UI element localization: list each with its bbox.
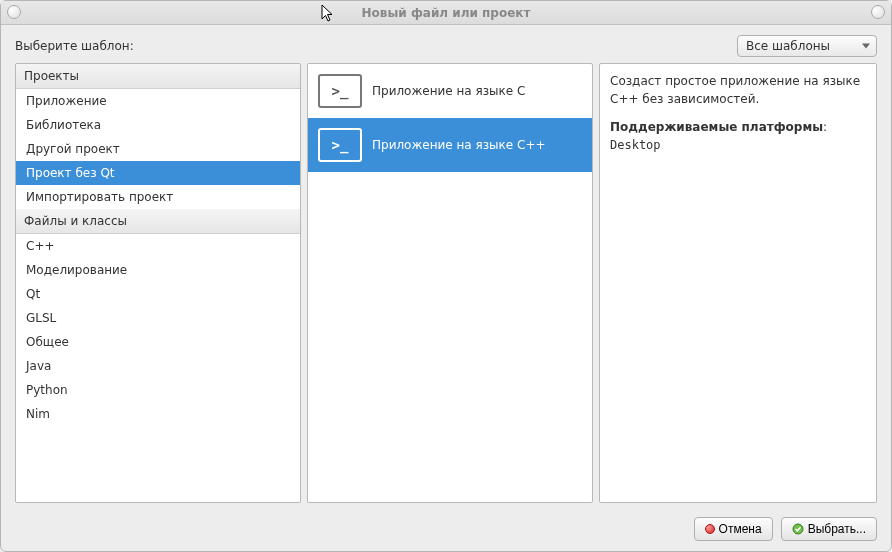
category-item[interactable]: Java [16, 354, 300, 378]
window-menu-button[interactable] [7, 5, 21, 19]
template-list: >_Приложение на языке C>_Приложение на я… [307, 63, 593, 503]
description-panel: Создаст простое приложение на языке C++ … [599, 63, 877, 503]
template-item[interactable]: >_Приложение на языке C++ [308, 118, 592, 172]
cursor-icon [321, 4, 337, 24]
platforms-label: Поддерживаемые платформы [610, 120, 823, 134]
cancel-icon [705, 524, 715, 534]
template-label: Приложение на языке C++ [372, 138, 546, 152]
category-item[interactable]: Импортировать проект [16, 185, 300, 209]
button-bar: Отмена Выбрать... [1, 511, 891, 551]
description-text: Создаст простое приложение на языке C++ … [610, 72, 866, 108]
category-item[interactable]: GLSL [16, 306, 300, 330]
platforms-line: Поддерживаемые платформы: Desktop [610, 118, 866, 154]
category-list: Проекты ПриложениеБиблиотекаДругой проек… [15, 63, 301, 503]
choose-template-label: Выберите шаблон: [15, 39, 134, 53]
template-item[interactable]: >_Приложение на языке C [308, 64, 592, 118]
terminal-icon: >_ [318, 74, 362, 108]
category-item[interactable]: C++ [16, 234, 300, 258]
category-item[interactable]: Приложение [16, 89, 300, 113]
category-item[interactable]: Библиотека [16, 113, 300, 137]
terminal-icon: >_ [318, 128, 362, 162]
section-header-projects: Проекты [16, 64, 300, 89]
category-item[interactable]: Другой проект [16, 137, 300, 161]
window-title: Новый файл или проект [362, 6, 531, 20]
category-item[interactable]: Моделирование [16, 258, 300, 282]
category-item[interactable]: Nim [16, 402, 300, 426]
top-row: Выберите шаблон: Все шаблоны [1, 25, 891, 63]
category-item[interactable]: Python [16, 378, 300, 402]
category-item[interactable]: Qt [16, 282, 300, 306]
close-button[interactable] [871, 5, 885, 19]
dropdown-value: Все шаблоны [746, 39, 830, 53]
ok-icon [792, 523, 804, 535]
template-label: Приложение на языке C [372, 84, 525, 98]
platforms-value: Desktop [610, 138, 661, 152]
choose-button[interactable]: Выбрать... [781, 517, 877, 541]
cancel-label: Отмена [719, 522, 762, 536]
main-columns: Проекты ПриложениеБиблиотекаДругой проек… [1, 63, 891, 511]
cancel-button[interactable]: Отмена [694, 517, 773, 541]
templates-filter-dropdown[interactable]: Все шаблоны [737, 35, 877, 57]
choose-label: Выбрать... [808, 522, 866, 536]
dialog-window: Новый файл или проект Выберите шаблон: В… [0, 0, 892, 552]
category-item[interactable]: Проект без Qt [16, 161, 300, 185]
category-item[interactable]: Общее [16, 330, 300, 354]
titlebar: Новый файл или проект [1, 1, 891, 25]
section-header-files: Файлы и классы [16, 209, 300, 234]
